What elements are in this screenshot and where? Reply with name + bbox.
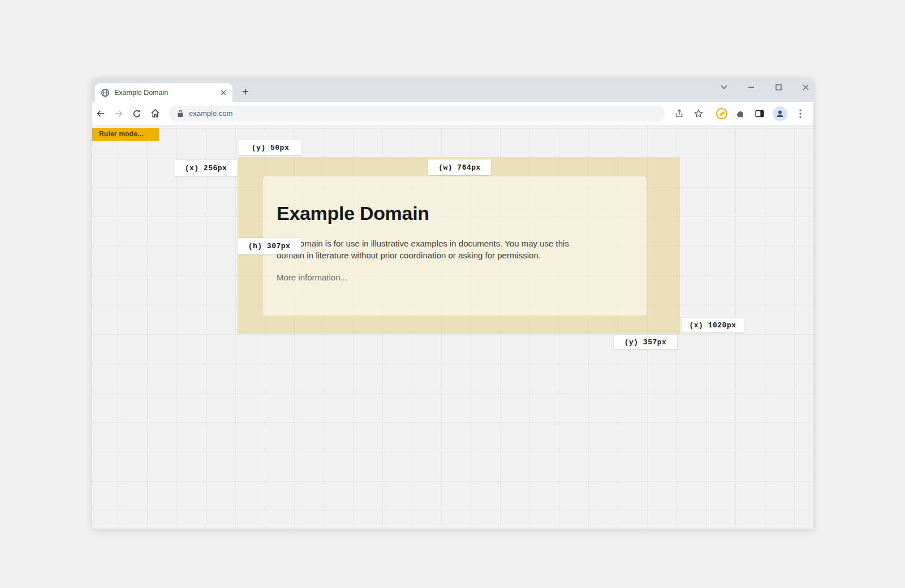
- menu-dots-icon[interactable]: [794, 107, 807, 120]
- extensions-puzzle-icon[interactable]: [734, 107, 747, 120]
- tab-search-chevron-icon[interactable]: [718, 81, 730, 93]
- home-button-icon[interactable]: [149, 107, 161, 120]
- measurement-label-x-left: (x) 256px: [174, 160, 238, 176]
- nav-buttons: [94, 107, 161, 120]
- back-button-icon[interactable]: [94, 107, 107, 120]
- new-tab-button[interactable]: +: [238, 84, 253, 99]
- lock-icon[interactable]: [177, 110, 184, 118]
- maximize-button[interactable]: [773, 81, 784, 93]
- measurement-label-height: (h) 307px: [238, 238, 301, 254]
- browser-toolbar: example.com: [92, 102, 813, 126]
- toolbar-right-icons: [673, 106, 807, 121]
- address-bar[interactable]: example.com: [169, 106, 665, 122]
- url-text: example.com: [189, 109, 232, 118]
- bookmark-star-icon[interactable]: [692, 107, 705, 120]
- share-icon[interactable]: [673, 107, 686, 120]
- page-body-text: This domain is for use in illustrative e…: [277, 238, 592, 261]
- page-viewport: Ruler mode... Example Domain This domain…: [92, 126, 813, 529]
- tab-title: Example Domain: [114, 89, 214, 97]
- minimize-button[interactable]: [745, 81, 757, 93]
- browser-window: Example Domain +: [92, 78, 813, 529]
- forward-button-icon[interactable]: [113, 107, 125, 120]
- more-information-link[interactable]: More information...: [277, 273, 347, 282]
- tab-strip: Example Domain +: [92, 78, 813, 102]
- measurement-label-width: (w) 764px: [428, 159, 491, 175]
- window-controls: [718, 81, 811, 93]
- reload-button-icon[interactable]: [131, 107, 143, 120]
- ruler-extension-icon[interactable]: [716, 108, 727, 119]
- close-window-button[interactable]: [800, 81, 811, 93]
- measurement-label-x-right: (x) 1020px: [682, 318, 744, 332]
- measurement-label-y-bottom: (y) 357px: [614, 335, 677, 349]
- measurement-label-y-top: (y) 50px: [239, 140, 301, 155]
- ruler-highlight-region: Example Domain This domain is for use in…: [238, 157, 680, 334]
- profile-avatar[interactable]: [773, 106, 787, 121]
- side-panel-icon[interactable]: [753, 107, 766, 120]
- page-title: Example Domain: [277, 202, 647, 224]
- globe-favicon-icon: [101, 88, 110, 97]
- tab-example-domain[interactable]: Example Domain: [95, 83, 232, 102]
- ruler-mode-badge: Ruler mode...: [92, 128, 159, 141]
- page-content-card: Example Domain This domain is for use in…: [263, 176, 647, 315]
- tab-close-icon[interactable]: [218, 88, 228, 97]
